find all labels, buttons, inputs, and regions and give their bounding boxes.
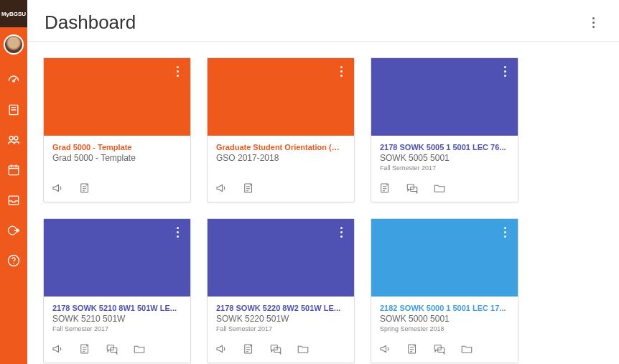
card-body: 2178 SOWK 5005 1 5001 LEC 76...SOWK 5005… bbox=[371, 136, 518, 176]
ellipsis-vertical-icon bbox=[177, 227, 179, 238]
card-subtitle: SOWK 5220 501W bbox=[216, 314, 345, 324]
svg-point-2 bbox=[9, 136, 13, 140]
book-icon bbox=[6, 103, 21, 117]
card-color-block[interactable] bbox=[44, 219, 190, 297]
cards-grid: Grad 5000 - TemplateGrad 5000 - Template… bbox=[27, 42, 619, 364]
card-term bbox=[52, 164, 182, 172]
card-options[interactable] bbox=[498, 64, 512, 78]
files-icon[interactable] bbox=[433, 182, 446, 195]
files-icon[interactable] bbox=[133, 342, 146, 355]
ellipsis-vertical-icon bbox=[177, 66, 179, 77]
card-icons bbox=[208, 176, 354, 202]
card-term bbox=[216, 164, 345, 172]
card-color-block[interactable] bbox=[208, 58, 354, 136]
card-term: Fall Semester 2017 bbox=[216, 325, 345, 332]
card-icons bbox=[371, 337, 518, 363]
card-subtitle: SOWK 5210 501W bbox=[52, 314, 182, 324]
inbox-icon bbox=[6, 193, 21, 207]
nav-dashboard[interactable] bbox=[6, 72, 22, 88]
page-header: Dashboard bbox=[27, 0, 619, 42]
card-title[interactable]: 2178 SOWK 5220 8W2 501W LE... bbox=[216, 304, 345, 312]
card-title[interactable]: 2182 SOWK 5000 1 5001 LEC 17... bbox=[380, 304, 509, 312]
assignments-icon[interactable] bbox=[78, 342, 91, 355]
nav-logout[interactable] bbox=[6, 223, 22, 238]
files-icon[interactable] bbox=[297, 342, 310, 355]
card-color-block[interactable] bbox=[44, 58, 190, 136]
card-body: 2182 SOWK 5000 1 5001 LEC 17...SOWK 5000… bbox=[371, 297, 518, 337]
brand-logo[interactable]: MyBGSU bbox=[0, 0, 27, 27]
course-card: Graduate Student Orientation (GS...GSO 2… bbox=[207, 57, 355, 202]
dashboard-options[interactable] bbox=[585, 14, 602, 32]
assignments-icon[interactable] bbox=[406, 342, 419, 355]
card-title[interactable]: Grad 5000 - Template bbox=[52, 143, 182, 151]
announcements-icon[interactable] bbox=[215, 182, 228, 195]
card-term: Spring Semester 2018 bbox=[380, 325, 509, 332]
card-title[interactable]: Graduate Student Orientation (GS... bbox=[216, 143, 345, 151]
course-card: Grad 5000 - TemplateGrad 5000 - Template bbox=[43, 57, 191, 202]
announcements-icon[interactable] bbox=[51, 342, 64, 355]
card-icons bbox=[44, 337, 190, 363]
nav-groups[interactable] bbox=[6, 132, 22, 148]
ellipsis-vertical-icon bbox=[504, 227, 506, 238]
card-options[interactable] bbox=[334, 225, 348, 239]
svg-point-8 bbox=[13, 263, 14, 264]
card-options[interactable] bbox=[170, 64, 185, 78]
card-color-block[interactable] bbox=[371, 219, 518, 297]
card-term: Fall Semester 2017 bbox=[380, 164, 509, 172]
discussions-icon[interactable] bbox=[106, 342, 118, 355]
announcements-icon[interactable] bbox=[378, 342, 391, 355]
assignments-icon[interactable] bbox=[242, 342, 255, 355]
card-subtitle: SOWK 5005 5001 bbox=[380, 153, 509, 163]
course-card: 2178 SOWK 5220 8W2 501W LE...SOWK 5220 5… bbox=[207, 218, 355, 363]
discussions-icon[interactable] bbox=[406, 182, 419, 195]
discussions-icon[interactable] bbox=[269, 342, 282, 355]
global-sidebar: MyBGSU bbox=[0, 0, 27, 364]
course-card: 2182 SOWK 5000 1 5001 LEC 17...SOWK 5000… bbox=[371, 218, 518, 363]
card-icons bbox=[44, 176, 190, 202]
card-body: Graduate Student Orientation (GS...GSO 2… bbox=[208, 136, 354, 176]
calendar-icon bbox=[6, 163, 21, 177]
nav-inbox[interactable] bbox=[6, 192, 22, 208]
logout-icon bbox=[6, 223, 21, 238]
gauge-icon bbox=[6, 73, 21, 87]
ellipsis-vertical-icon bbox=[340, 66, 343, 77]
assignments-icon[interactable] bbox=[378, 182, 391, 195]
card-icons bbox=[371, 176, 518, 202]
ellipsis-vertical-icon bbox=[592, 17, 595, 28]
course-card: 2178 SOWK 5005 1 5001 LEC 76...SOWK 5005… bbox=[371, 57, 518, 202]
card-term: Fall Semester 2017 bbox=[52, 325, 182, 332]
help-icon bbox=[6, 253, 21, 268]
avatar[interactable] bbox=[4, 34, 24, 55]
svg-rect-5 bbox=[9, 196, 18, 205]
nav-calendar[interactable] bbox=[6, 162, 22, 178]
announcements-icon[interactable] bbox=[51, 182, 64, 195]
card-title[interactable]: 2178 SOWK 5005 1 5001 LEC 76... bbox=[380, 143, 509, 151]
card-options[interactable] bbox=[498, 225, 512, 239]
assignments-icon[interactable] bbox=[78, 182, 91, 195]
nav-help[interactable] bbox=[6, 253, 22, 269]
card-subtitle: SOWK 5000 5001 bbox=[380, 314, 509, 324]
card-subtitle: Grad 5000 - Template bbox=[52, 153, 182, 163]
course-card: 2178 SOWK 5210 8W1 501W LE...SOWK 5210 5… bbox=[43, 218, 191, 363]
nav-courses[interactable] bbox=[6, 102, 22, 118]
card-color-block[interactable] bbox=[208, 219, 354, 297]
card-subtitle: GSO 2017-2018 bbox=[216, 153, 345, 163]
card-icons bbox=[208, 337, 354, 363]
files-icon[interactable] bbox=[460, 342, 473, 355]
card-body: 2178 SOWK 5210 8W1 501W LE...SOWK 5210 5… bbox=[44, 297, 190, 337]
svg-point-3 bbox=[14, 136, 18, 140]
discussions-icon[interactable] bbox=[433, 342, 446, 355]
card-body: 2178 SOWK 5220 8W2 501W LE...SOWK 5220 5… bbox=[208, 297, 354, 337]
ellipsis-vertical-icon bbox=[504, 66, 506, 77]
card-title[interactable]: 2178 SOWK 5210 8W1 501W LE... bbox=[52, 304, 182, 312]
ellipsis-vertical-icon bbox=[340, 227, 343, 238]
people-icon bbox=[6, 133, 21, 147]
card-options[interactable] bbox=[170, 225, 185, 239]
announcements-icon[interactable] bbox=[215, 342, 228, 355]
main-area: Dashboard Grad 5000 - TemplateGrad 5000 … bbox=[27, 0, 619, 364]
card-options[interactable] bbox=[334, 64, 348, 78]
card-color-block[interactable] bbox=[371, 58, 518, 136]
svg-rect-4 bbox=[9, 166, 18, 175]
assignments-icon[interactable] bbox=[242, 182, 255, 195]
card-body: Grad 5000 - TemplateGrad 5000 - Template bbox=[44, 136, 190, 176]
